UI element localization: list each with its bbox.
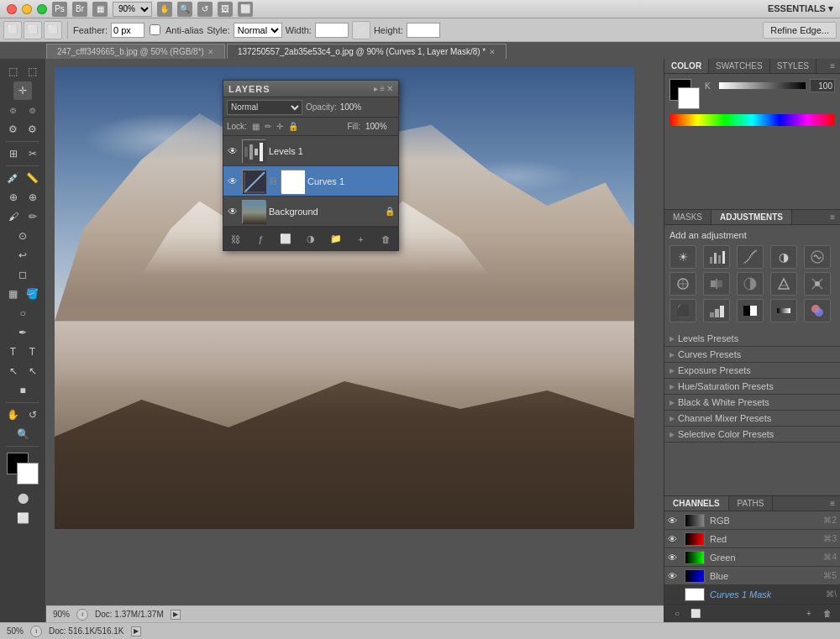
hand-tool[interactable]: ✋ xyxy=(4,406,23,424)
preset-bw[interactable]: ▶ Black & White Presets xyxy=(664,395,840,411)
adjustments-panel-menu[interactable]: ≡ xyxy=(825,210,840,224)
preset-selective-color[interactable]: ▶ Selective Color Presets xyxy=(664,427,840,443)
layer-visibility-background[interactable]: 👁 xyxy=(227,206,239,217)
adj-exposure-icon[interactable]: ◑ xyxy=(770,245,797,269)
adj-color-balance-icon[interactable] xyxy=(703,272,730,296)
path-selection-tool[interactable]: ↖ xyxy=(4,362,23,380)
panel-close-btn[interactable]: ✕ xyxy=(386,84,393,93)
adj-gradient-map-icon[interactable] xyxy=(770,299,797,322)
history-brush-tool[interactable]: ↩ xyxy=(13,246,32,265)
eraser-tool[interactable]: ◻ xyxy=(13,265,32,284)
pencil-tool[interactable]: ✏ xyxy=(24,207,42,226)
canvas-info-icon[interactable]: i xyxy=(76,609,88,621)
selection-tool-1[interactable]: ⬜ xyxy=(3,21,22,39)
layer-mask-thumb-curves[interactable] xyxy=(281,170,304,193)
new-group-icon[interactable]: 📁 xyxy=(328,231,344,248)
quick-mask-mode[interactable]: ⬤ xyxy=(13,489,32,507)
preset-channel-mixer[interactable]: ▶ Channel Mixer Presets xyxy=(664,411,840,427)
lasso-tool[interactable]: ⌾ xyxy=(4,101,23,119)
bottom-info-icon[interactable]: i xyxy=(30,626,42,637)
selection-tool-2[interactable]: ⬜ xyxy=(24,21,42,39)
channel-eye-red[interactable]: 👁 xyxy=(668,534,680,544)
swap-icon[interactable]: ⇄ xyxy=(352,21,370,39)
k-value-input[interactable] xyxy=(810,79,835,92)
lock-transparent-icon[interactable]: ▦ xyxy=(252,122,260,131)
direct-selection-tool[interactable]: ↖ xyxy=(24,362,42,380)
minimize-button[interactable] xyxy=(22,4,32,14)
hand-tool-icon[interactable]: ✋ xyxy=(157,2,172,17)
adj-threshold-icon[interactable] xyxy=(737,299,764,322)
crop-tool[interactable]: ⊞ xyxy=(4,144,23,163)
style-select[interactable]: Normal xyxy=(234,23,282,38)
tab-1-close[interactable]: ✕ xyxy=(207,48,214,56)
view-icon[interactable]: ▦ xyxy=(92,2,108,17)
tab-color[interactable]: COLOR xyxy=(664,59,709,73)
lock-pixels-icon[interactable]: ✏ xyxy=(265,122,271,131)
layer-chain-curves[interactable]: ⛓ xyxy=(269,176,279,186)
gradient-tool[interactable]: ▦ xyxy=(4,285,23,303)
healing-brush-tool[interactable]: ⊕ xyxy=(4,188,23,207)
adj-bw-icon[interactable] xyxy=(737,272,764,296)
new-adjustment-icon[interactable]: ◑ xyxy=(302,231,319,248)
anti-alias-checkbox[interactable] xyxy=(150,24,160,35)
bottom-nav-icon[interactable]: ▶ xyxy=(131,626,141,636)
channels-panel-menu[interactable]: ≡ xyxy=(825,496,840,511)
rotate-view-tool[interactable]: ↺ xyxy=(24,406,42,424)
add-style-icon[interactable]: ƒ xyxy=(253,231,270,248)
adj-curves-icon[interactable] xyxy=(737,245,764,269)
channel-row-red[interactable]: 👁 Red ⌘3 xyxy=(664,530,840,548)
channel-eye-blue[interactable]: 👁 xyxy=(668,571,680,581)
feather-input[interactable] xyxy=(111,23,144,38)
adj-hue-sat-icon[interactable] xyxy=(669,272,696,296)
delete-layer-icon[interactable]: 🗑 xyxy=(377,231,394,248)
close-button[interactable] xyxy=(7,4,17,14)
adj-brightness-icon[interactable]: ☀ xyxy=(669,245,696,269)
layer-row-background[interactable]: 👁 Background 🔒 xyxy=(223,196,398,227)
channel-row-green[interactable]: 👁 Green ⌘4 xyxy=(664,548,840,567)
height-input[interactable] xyxy=(407,23,440,38)
lock-all-icon[interactable]: 🔒 xyxy=(288,122,298,131)
k-slider[interactable] xyxy=(718,81,806,90)
adj-selective-color-icon[interactable] xyxy=(804,299,831,322)
brush-tool[interactable]: 🖌 xyxy=(4,207,23,226)
preset-curves[interactable]: ▶ Curves Presets xyxy=(664,347,840,363)
channel-save-icon[interactable]: ⬜ xyxy=(688,606,703,621)
paint-bucket-tool[interactable]: 🪣 xyxy=(24,285,42,303)
background-color[interactable] xyxy=(17,463,39,484)
magic-wand-tool[interactable]: ⚙ xyxy=(24,120,42,139)
channel-row-rgb[interactable]: 👁 RGB ⌘2 xyxy=(664,511,840,530)
canvas-nav-icon[interactable]: ▶ xyxy=(171,610,181,620)
refine-edge-button[interactable]: Refine Edge... xyxy=(763,22,837,39)
adj-invert-icon[interactable]: ⬛ xyxy=(669,299,696,322)
move-tool[interactable]: ✛ xyxy=(13,81,32,100)
layer-row-levels[interactable]: 👁 Levels 1 xyxy=(223,136,398,166)
panel-menu-btn[interactable]: ≡ xyxy=(380,84,385,93)
width-input[interactable] xyxy=(315,23,349,38)
adj-photo-filter-icon[interactable] xyxy=(770,272,797,296)
tab-2[interactable]: 137250557_2ab35e53c4_o.jpg @ 90% (Curves… xyxy=(227,44,507,59)
dodge-tool[interactable]: ○ xyxy=(13,304,32,322)
zoom-select[interactable]: 90% xyxy=(113,2,152,17)
tab-masks[interactable]: MASKS xyxy=(664,210,711,224)
preset-levels[interactable]: ▶ Levels Presets xyxy=(664,331,840,347)
layer-visibility-levels[interactable]: 👁 xyxy=(227,145,239,157)
tab-swatches[interactable]: SWATCHES xyxy=(709,59,770,73)
type-tool[interactable]: T xyxy=(4,343,23,361)
adj-channel-mixer-icon[interactable] xyxy=(804,272,831,296)
panel-collapse-btn[interactable]: ▸ xyxy=(374,84,378,93)
channel-eye-green[interactable]: 👁 xyxy=(668,553,680,563)
preset-hue-sat[interactable]: ▶ Hue/Saturation Presets xyxy=(664,379,840,395)
adj-vibrance-icon[interactable] xyxy=(804,245,831,269)
channel-row-blue[interactable]: 👁 Blue ⌘5 xyxy=(664,567,840,585)
rotate-icon[interactable]: ↺ xyxy=(197,2,213,17)
channel-delete-icon[interactable]: 🗑 xyxy=(820,606,835,621)
shape-tool[interactable]: ■ xyxy=(13,381,32,400)
layer-row-curves[interactable]: 👁 ⛓ Curves 1 xyxy=(223,166,398,196)
adj-posterize-icon[interactable] xyxy=(703,299,730,322)
channel-eye-rgb[interactable]: 👁 xyxy=(668,516,680,526)
channel-load-icon[interactable]: ○ xyxy=(669,606,685,621)
lasso-tool-2[interactable]: ⌾ xyxy=(24,101,42,119)
image-icon[interactable]: 🖼 xyxy=(218,2,233,17)
patch-tool[interactable]: ⊕ xyxy=(24,188,42,207)
type-tool-2[interactable]: T xyxy=(24,343,42,361)
